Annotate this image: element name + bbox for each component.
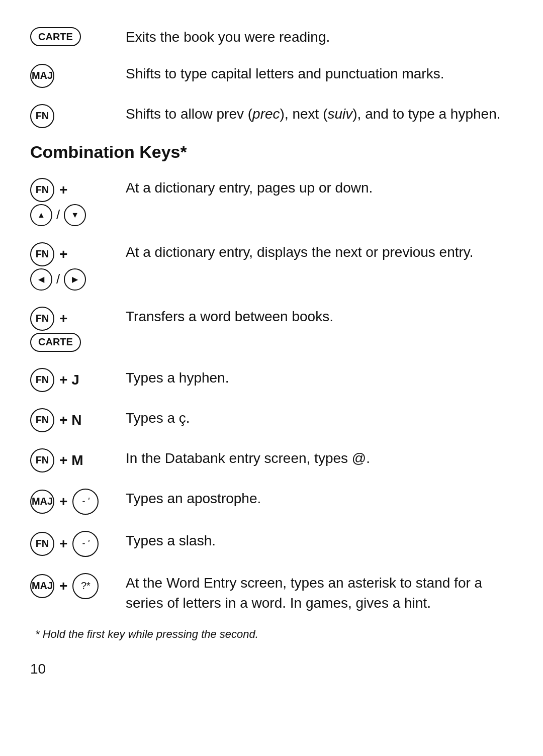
fn-leftright-row2: /	[30, 268, 86, 291]
key-carte: CARTE	[30, 27, 81, 46]
key-carte-combo: CARTE	[30, 333, 81, 352]
fn-updown-row1: FN +	[30, 178, 69, 202]
desc-fn-n: Types a ç.	[126, 406, 513, 429]
entry-fn-j: FN + J Types a hyphen.	[30, 366, 513, 392]
fn-j-row1: FN + J	[30, 368, 81, 392]
footnote: * Hold the first key while pressing the …	[35, 628, 513, 641]
key-question-asterisk: ?*	[72, 573, 99, 599]
key-col-fn-slash: FN + - '	[30, 529, 126, 557]
desc-maj-asterisk: At the Word Entry screen, types an aster…	[126, 571, 513, 614]
fn-updown-row2: /	[30, 204, 86, 226]
plus-fn-carte: +	[59, 311, 67, 327]
entry-fn-shift: FN Shifts to allow prev (prec), next (su…	[30, 102, 513, 128]
plus-fn-slash: +	[59, 536, 67, 552]
key-col-maj: MAJ	[30, 62, 126, 88]
key-col-fn-leftright: FN + /	[30, 240, 126, 291]
key-apos2: - '	[72, 531, 99, 557]
plus-maj-asterisk: +	[59, 578, 67, 594]
desc-fn-updown: At a dictionary entry, pages up or down.	[126, 176, 513, 199]
plus-leftright: +	[59, 246, 67, 262]
entry-fn-updown: FN + / At a dictionary entry, pages up o…	[30, 176, 513, 226]
entry-maj-asterisk: MAJ + ?* At the Word Entry screen, types…	[30, 571, 513, 614]
maj-asterisk-row1: MAJ + ?*	[30, 573, 99, 599]
key-fn-leftright: FN	[30, 242, 54, 266]
key-col-fn-m: FN + M	[30, 446, 126, 472]
key-maj-apos: MAJ	[30, 490, 54, 514]
key-maj-asterisk: MAJ	[30, 574, 54, 598]
desc-fn-leftright: At a dictionary entry, displays the next…	[126, 240, 513, 263]
slash-updown: /	[56, 207, 60, 223]
key-col-fn-n: FN + N	[30, 406, 126, 432]
fn-leftright-row1: FN +	[30, 242, 69, 266]
plus-fn-n: + N	[59, 412, 81, 428]
key-col-carte: CARTE	[30, 25, 126, 46]
slash-leftright: /	[56, 271, 60, 287]
key-arrow-left	[30, 268, 52, 291]
fn-m-row1: FN + M	[30, 448, 85, 472]
desc-fn-slash: Types a slash.	[126, 529, 513, 551]
key-fn-slash: FN	[30, 532, 54, 556]
fn-n-row1: FN + N	[30, 408, 83, 432]
desc-carte-exit: Exits the book you were reading.	[126, 25, 513, 48]
key-fn: FN	[30, 104, 54, 128]
plus-maj-apos: +	[59, 494, 67, 510]
desc-fn-j: Types a hyphen.	[126, 366, 513, 389]
entry-fn-leftright: FN + / At a dictionary entry, displays t…	[30, 240, 513, 291]
entry-fn-n: FN + N Types a ç.	[30, 406, 513, 432]
entry-maj-shift: MAJ Shifts to type capital letters and p…	[30, 62, 513, 88]
fn-slash-row1: FN + - '	[30, 531, 99, 557]
key-arrow-down	[64, 204, 86, 226]
desc-fn-shift: Shifts to allow prev (prec), next (suiv)…	[126, 102, 513, 125]
entry-carte-exit: CARTE Exits the book you were reading.	[30, 25, 513, 48]
desc-maj-shift: Shifts to type capital letters and punct…	[126, 62, 513, 84]
key-arrow-up	[30, 204, 52, 226]
key-col-fn-updown: FN + /	[30, 176, 126, 226]
key-apos1: - '	[72, 489, 99, 515]
italic-prec: prec	[252, 106, 280, 122]
key-n-label: N	[71, 412, 81, 428]
desc-fn-carte: Transfers a word between books.	[126, 305, 513, 327]
key-col-maj-apos: MAJ + - '	[30, 487, 126, 515]
entry-fn-m: FN + M In the Databank entry screen, typ…	[30, 446, 513, 472]
entry-maj-apos: MAJ + - ' Types an apostrophe.	[30, 487, 513, 515]
key-m-label: M	[71, 452, 83, 468]
key-maj: MAJ	[30, 64, 54, 88]
key-col-maj-asterisk: MAJ + ?*	[30, 571, 126, 599]
key-col-fn-carte: FN + CARTE	[30, 305, 126, 352]
desc-fn-m: In the Databank entry screen, types @.	[126, 446, 513, 469]
italic-suiv: suiv	[328, 106, 353, 122]
maj-apos-row1: MAJ + - '	[30, 489, 99, 515]
entry-fn-slash: FN + - ' Types a slash.	[30, 529, 513, 557]
plus-fn-m: + M	[59, 452, 83, 468]
key-fn-m: FN	[30, 448, 54, 472]
key-fn-j: FN	[30, 368, 54, 392]
key-arrow-right	[64, 268, 86, 291]
fn-carte-row1: FN +	[30, 307, 69, 331]
key-fn-carte: FN	[30, 307, 54, 331]
key-fn-n: FN	[30, 408, 54, 432]
key-fn-updown: FN	[30, 178, 54, 202]
key-col-fn-j: FN + J	[30, 366, 126, 392]
plus-fn-j: + J	[59, 372, 79, 388]
page-number: 10	[30, 661, 513, 677]
section-heading-combination: Combination Keys*	[30, 142, 513, 162]
key-j-label: J	[71, 372, 79, 388]
key-col-fn: FN	[30, 102, 126, 128]
plus-updown: +	[59, 182, 67, 198]
entry-fn-carte: FN + CARTE Transfers a word between book…	[30, 305, 513, 352]
desc-maj-apos: Types an apostrophe.	[126, 487, 513, 509]
